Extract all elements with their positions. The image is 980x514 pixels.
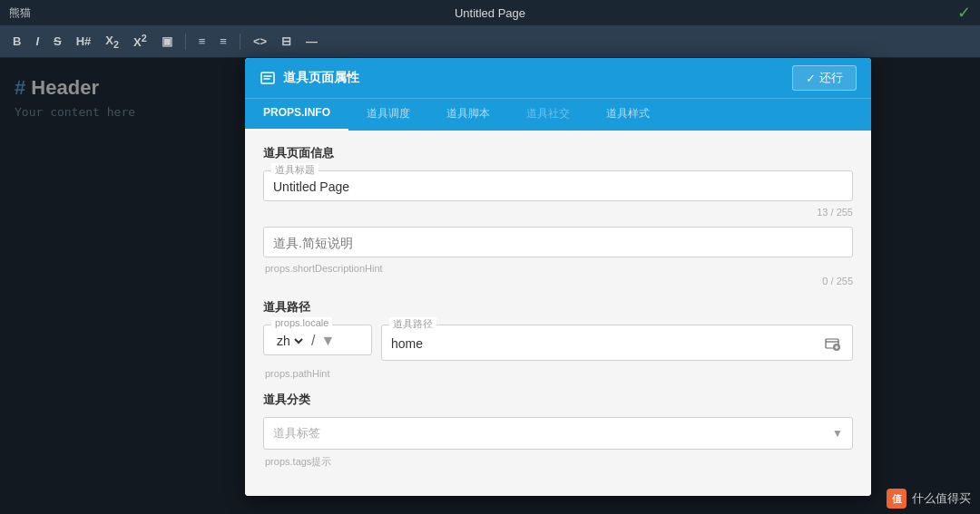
confirm-check: ✓ [806, 72, 816, 85]
heading-button[interactable]: H# [73, 33, 95, 50]
title-bar-left: 熊猫 [9, 5, 31, 21]
toolbar-divider-2 [240, 34, 240, 50]
category-title: 道具分类 [263, 392, 853, 408]
desc-field-group [263, 227, 853, 257]
dialog-title: 道具页面属性 [283, 70, 359, 86]
watermark-logo: 值 [887, 489, 906, 509]
locale-select[interactable]: zh en [273, 333, 306, 349]
tags-placeholder: 道具标签 [273, 425, 320, 441]
blockquote-button[interactable]: ⊟ [278, 33, 295, 50]
title-bar: 熊猫 Untitled Page ✓ [0, 0, 980, 25]
check-icon[interactable]: ✓ [957, 3, 971, 23]
path-input[interactable] [391, 336, 821, 351]
confirm-label: 还行 [819, 70, 843, 86]
title-input[interactable] [273, 179, 843, 194]
title-field-group: 道具标题 [263, 170, 853, 201]
confirm-button[interactable]: ✓ 还行 [792, 65, 857, 91]
tab-props-info[interactable]: PROPS.INFO [245, 99, 348, 131]
path-browse-icon[interactable] [821, 333, 843, 354]
path-row: props.locale zh en / ▼ 道具路径 [263, 325, 853, 366]
divider-button[interactable]: — [302, 33, 321, 50]
tab-props-style[interactable]: 道具样式 [588, 99, 668, 131]
app-name: 熊猫 [9, 5, 31, 21]
desc-counter: 0 / 255 [263, 276, 853, 286]
bold-button[interactable]: B [9, 33, 24, 50]
path-section: 道具路径 props.locale zh en / ▼ [263, 299, 853, 379]
strikethrough-button[interactable]: S [50, 33, 65, 50]
path-title: 道具路径 [263, 299, 853, 315]
page-info-title: 道具页面信息 [263, 145, 853, 161]
tab-props-schedule[interactable]: 道具调度 [348, 99, 428, 131]
dialog-tabs: PROPS.INFO 道具调度 道具脚本 道具社交 道具样式 [245, 98, 871, 131]
ul-button[interactable]: ≡ [195, 33, 210, 50]
tab-props-script[interactable]: 道具脚本 [428, 99, 508, 131]
page-title: Untitled Page [455, 6, 525, 20]
code-button[interactable]: <> [250, 33, 270, 50]
dialog-title-area: 道具页面属性 [260, 70, 359, 86]
block-button[interactable]: ▣ [158, 33, 176, 50]
dialog-header: 道具页面属性 ✓ 还行 [245, 58, 871, 98]
locale-field-group: props.locale zh en / ▼ [263, 325, 372, 355]
superscript-button[interactable]: X2 [130, 31, 151, 51]
desc-hint: props.shortDescriptionHint [263, 263, 853, 274]
watermark-text: 什么值得买 [912, 490, 971, 507]
dialog-content: 道具页面信息 道具标题 13 / 255 props.shortDescript… [245, 131, 871, 496]
toolbar: B I S H# X2 X2 ▣ ≡ ≡ <> ⊟ — [0, 25, 980, 58]
italic-button[interactable]: I [32, 33, 43, 50]
ol-button[interactable]: ≡ [216, 33, 230, 50]
subscript-button[interactable]: X2 [102, 32, 122, 52]
desc-input[interactable] [273, 236, 843, 250]
title-counter: 13 / 255 [263, 207, 853, 218]
props-icon [260, 70, 276, 86]
locale-inner: zh en / ▼ [273, 333, 362, 349]
tags-dropdown[interactable]: 道具标签 ▼ [263, 417, 853, 450]
locale-separator: / [311, 333, 315, 349]
locale-label: props.locale [271, 317, 332, 328]
toolbar-divider-1 [185, 34, 186, 50]
tags-hint: props.tags提示 [263, 455, 853, 469]
tab-props-social: 道具社交 [508, 99, 588, 131]
props-dialog: 道具页面属性 ✓ 还行 PROPS.INFO 道具调度 道具脚本 道具社交 道具… [245, 58, 871, 496]
category-section: 道具分类 道具标签 ▼ props.tags提示 [263, 392, 853, 469]
watermark: 值 什么值得买 [887, 489, 971, 509]
path-field-label: 道具路径 [389, 317, 436, 331]
path-field-group: 道具路径 [381, 325, 853, 361]
path-hint: props.pathHint [263, 368, 853, 379]
tags-arrow-icon: ▼ [832, 427, 843, 440]
page-info-section: 道具页面信息 道具标题 13 / 255 props.shortDescript… [263, 145, 853, 286]
path-input-wrapper [391, 333, 843, 354]
locale-dropdown-icon[interactable]: ▼ [320, 333, 335, 349]
title-field-label: 道具标题 [271, 163, 318, 177]
